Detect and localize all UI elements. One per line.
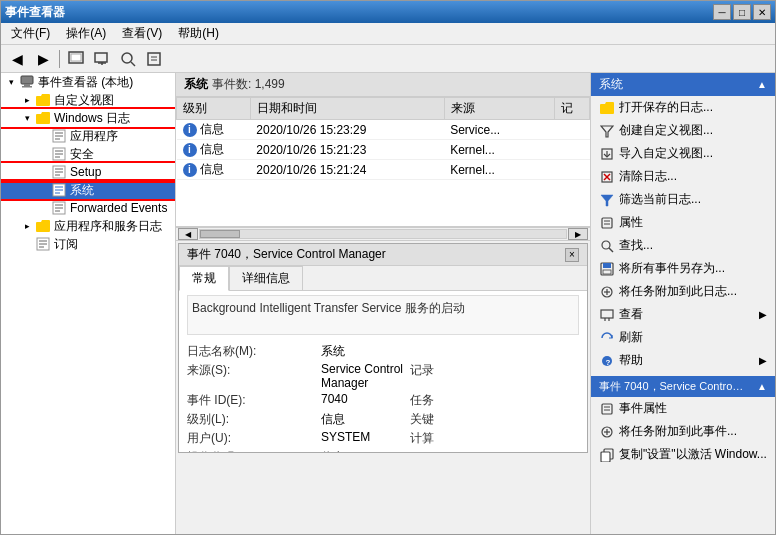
- event-list-title: 系统: [184, 76, 208, 93]
- action-find[interactable]: 查找...: [591, 234, 775, 257]
- toolbar-btn-2[interactable]: [90, 48, 114, 70]
- left-panel: ▾ 事件查看器 (本地) ▸ 自定义视图: [1, 73, 176, 534]
- action-saveas[interactable]: 将所有事件另存为...: [591, 257, 775, 280]
- menu-view[interactable]: 查看(V): [114, 23, 170, 44]
- tree-node-forwarded[interactable]: Forwarded Events: [1, 199, 175, 217]
- action-copy[interactable]: 复制"设置"以激活 Window...: [591, 443, 775, 466]
- expand-custom[interactable]: ▸: [19, 92, 35, 108]
- action-clear-log[interactable]: 清除日志...: [591, 165, 775, 188]
- menu-file[interactable]: 文件(F): [3, 23, 58, 44]
- refresh-icon: [599, 330, 615, 346]
- detail-grid: 日志名称(M): 系统 来源(S): Service Control Manag…: [187, 343, 579, 452]
- log-name-value: 系统: [321, 343, 406, 360]
- svg-rect-50: [603, 263, 611, 268]
- scroll-left-btn[interactable]: ◀: [178, 228, 198, 240]
- level-value: 信息: [321, 411, 406, 428]
- tree-node-appsvc[interactable]: ▸ 应用程序和服务日志: [1, 217, 175, 235]
- level-extra-val: [494, 411, 579, 428]
- table-row[interactable]: i 信息 2020/10/26 15:21:23 Kernel...: [177, 140, 590, 160]
- action-view[interactable]: 查看 ▶: [591, 303, 775, 326]
- menu-help[interactable]: 帮助(H): [170, 23, 227, 44]
- source-extra: 记录: [410, 362, 490, 390]
- action-import-custom[interactable]: 导入自定义视图...: [591, 142, 775, 165]
- svg-rect-44: [602, 218, 612, 228]
- actions-system-title: 系统: [599, 76, 623, 93]
- tree-node-system[interactable]: 系统: [1, 181, 175, 199]
- row2-note: [555, 140, 590, 160]
- props-icon: [599, 215, 615, 231]
- tree-node-winlogs[interactable]: ▾ Windows 日志: [1, 109, 175, 127]
- action-open-saved[interactable]: 打开保存的日志...: [591, 96, 775, 119]
- svg-rect-2: [95, 53, 107, 62]
- toolbar-btn-3[interactable]: [116, 48, 140, 70]
- table-row[interactable]: i 信息 2020/10/26 15:21:24 Kernel...: [177, 160, 590, 180]
- expand-app: [35, 128, 51, 144]
- tree-node-setup[interactable]: Setup: [1, 163, 175, 181]
- expand-appsvc[interactable]: ▸: [19, 218, 35, 234]
- action-refresh[interactable]: 刷新: [591, 326, 775, 349]
- svg-rect-67: [601, 452, 610, 462]
- svg-rect-7: [148, 53, 160, 65]
- action-attach-log[interactable]: 将任务附加到此日志...: [591, 280, 775, 303]
- close-button[interactable]: ✕: [753, 4, 771, 20]
- filter-icon-1: [599, 123, 615, 139]
- spacer1: [410, 343, 490, 360]
- menu-actions[interactable]: 操作(A): [58, 23, 114, 44]
- svg-rect-11: [24, 84, 30, 86]
- scroll-thumb[interactable]: [200, 230, 240, 238]
- svg-marker-43: [601, 195, 613, 206]
- table-row[interactable]: i 信息 2020/10/26 15:23:29 Service...: [177, 120, 590, 140]
- user-extra: 计算: [410, 430, 490, 447]
- log-name-label: 日志名称(M):: [187, 343, 317, 360]
- actions-system-section: 系统 ▲ 打开保存的日志... 创建自定义视图...: [591, 73, 775, 372]
- log-icon-security: [51, 146, 67, 162]
- col-level[interactable]: 级别: [177, 98, 251, 120]
- saveas-icon: [599, 261, 615, 277]
- action-filter[interactable]: 筛选当前日志...: [591, 188, 775, 211]
- col-source[interactable]: 来源: [444, 98, 555, 120]
- expand-winlogs[interactable]: ▾: [19, 110, 35, 126]
- tab-details[interactable]: 详细信息: [229, 266, 303, 291]
- back-button[interactable]: ◀: [5, 48, 29, 70]
- minimize-button[interactable]: ─: [713, 4, 731, 20]
- svg-point-47: [602, 241, 610, 249]
- row1-note: [555, 120, 590, 140]
- scroll-right-btn[interactable]: ▶: [568, 228, 588, 240]
- user-value: SYSTEM: [321, 430, 406, 447]
- svg-text:?: ?: [606, 357, 611, 366]
- action-create-custom[interactable]: 创建自定义视图...: [591, 119, 775, 142]
- attach-log-icon: [599, 284, 615, 300]
- tree-label-winlogs: Windows 日志: [54, 110, 130, 127]
- forward-button[interactable]: ▶: [31, 48, 55, 70]
- actions-event-arrow: ▲: [757, 381, 767, 392]
- tab-general[interactable]: 常规: [179, 266, 229, 291]
- log-icon-forwarded: [51, 200, 67, 216]
- action-properties[interactable]: 属性: [591, 211, 775, 234]
- expand-root[interactable]: ▾: [3, 74, 19, 90]
- tree-node-custom[interactable]: ▸ 自定义视图: [1, 91, 175, 109]
- spacer2: [494, 343, 579, 360]
- action-attach-log-label: 将任务附加到此日志...: [619, 283, 737, 300]
- toolbar-btn-4[interactable]: [142, 48, 166, 70]
- event-table[interactable]: 级别 日期和时间 来源 记 i 信息 2020/10/26 15:2: [176, 97, 590, 227]
- event-detail-close-button[interactable]: ×: [565, 248, 579, 262]
- scroll-track[interactable]: [199, 229, 567, 239]
- tree-node-security[interactable]: 安全: [1, 145, 175, 163]
- col-note[interactable]: 记: [555, 98, 590, 120]
- action-event-properties[interactable]: 事件属性: [591, 397, 775, 420]
- col-datetime[interactable]: 日期和时间: [250, 98, 444, 120]
- expand-security: [35, 146, 51, 162]
- svg-line-48: [609, 248, 613, 252]
- expand-setup: [35, 164, 51, 180]
- toolbar-btn-1[interactable]: [64, 48, 88, 70]
- tree-node-root[interactable]: ▾ 事件查看器 (本地): [1, 73, 175, 91]
- event-id-label: 事件 ID(E):: [187, 392, 317, 409]
- action-attach-event[interactable]: 将任务附加到此事件...: [591, 420, 775, 443]
- source-value: Service Control Manager: [321, 362, 406, 390]
- table-hscrollbar[interactable]: ◀ ▶: [176, 227, 590, 241]
- action-help[interactable]: ? 帮助 ▶: [591, 349, 775, 372]
- tree-node-app[interactable]: 应用程序: [1, 127, 175, 145]
- maximize-button[interactable]: □: [733, 4, 751, 20]
- action-saveas-label: 将所有事件另存为...: [619, 260, 725, 277]
- tree-node-subscriptions[interactable]: 订阅: [1, 235, 175, 253]
